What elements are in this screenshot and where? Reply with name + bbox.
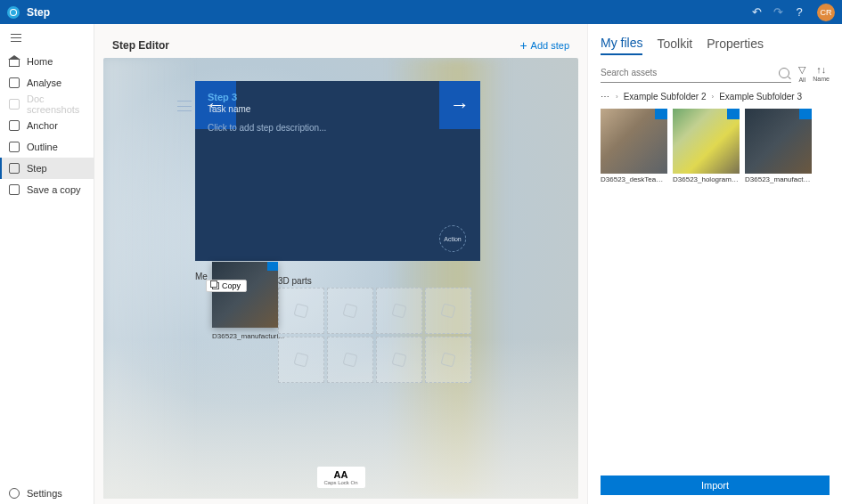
undo-icon[interactable]: ↶ — [746, 5, 767, 19]
search-icon[interactable] — [779, 68, 789, 78]
copy-tooltip: Copy — [206, 280, 247, 292]
page-title: Step — [27, 6, 50, 19]
cube-icon — [293, 352, 308, 367]
thumbnail-caption: D36523_deskTeams_... — [601, 175, 667, 183]
sidebar-item-outline[interactable]: Outline — [0, 136, 94, 158]
thumbnail-image — [745, 109, 812, 174]
cube-icon — [293, 303, 308, 318]
parts-slot[interactable] — [376, 288, 422, 334]
add-step-button[interactable]: +Add step — [519, 38, 569, 53]
parts-slot[interactable] — [327, 337, 373, 383]
sidebar-item-home[interactable]: Home — [0, 51, 94, 72]
parts-slot[interactable] — [278, 288, 324, 334]
breadcrumb-overflow[interactable]: ⋯ — [601, 92, 610, 102]
parts-label: 3D parts — [278, 276, 312, 286]
next-step-button[interactable]: → — [439, 81, 480, 129]
asset-tag-icon — [727, 109, 740, 119]
asset-tag-icon — [799, 109, 812, 119]
anchor-icon — [9, 120, 20, 131]
sidebar-item-step[interactable]: Step — [0, 158, 94, 179]
sidebar-item-label: Settings — [27, 488, 62, 499]
redo-icon[interactable]: ↷ — [767, 5, 789, 19]
sidebar-item-label: Home — [27, 56, 53, 67]
sort-label: Name — [813, 76, 830, 82]
add-step-label: Add step — [531, 40, 569, 51]
doc-icon — [9, 99, 20, 110]
filter-all-button[interactable]: ▽ All — [798, 64, 805, 83]
asset-tag-icon — [655, 109, 667, 119]
thumbnail-image — [673, 109, 740, 174]
cube-icon — [391, 303, 406, 318]
search-field[interactable] — [601, 63, 791, 83]
asset-thumbnail[interactable]: D36523_deskTeams_... — [601, 109, 667, 183]
caps-aa: AA — [323, 469, 357, 480]
thumbnail-caption: D36523_hologram_w... — [673, 175, 740, 183]
breadcrumb-item[interactable]: Example Subfolder 2 — [624, 92, 707, 102]
sidebar-item-anchor[interactable]: Anchor — [0, 115, 94, 136]
tab-properties[interactable]: Properties — [707, 37, 764, 54]
copy-icon — [212, 282, 219, 289]
search-input[interactable] — [601, 68, 779, 77]
step-card: ← Step 3 Task name Click to add step des… — [195, 81, 480, 261]
right-panel: My files Toolkit Properties ▽ All ↑↓ Nam… — [587, 24, 842, 504]
parts-grid — [278, 288, 471, 383]
sidebar-item-settings[interactable]: Settings — [0, 483, 94, 504]
drag-caption: D36523_manufacturi... — [212, 332, 278, 340]
help-icon[interactable]: ? — [789, 5, 810, 19]
sort-icon: ↑↓ — [816, 64, 826, 75]
import-button[interactable]: Import — [601, 476, 830, 495]
action-label: Action — [444, 236, 461, 242]
toc-icon[interactable] — [177, 101, 192, 111]
editor-header: Step Editor +Add step — [103, 33, 578, 58]
cube-icon — [440, 303, 455, 318]
parts-slot[interactable] — [425, 337, 471, 383]
asset-grid: D36523_deskTeams_... D36523_hologram_w..… — [601, 109, 830, 183]
cube-icon — [342, 352, 357, 367]
parts-slot[interactable] — [327, 288, 373, 334]
editor-title: Step Editor — [112, 39, 169, 52]
top-bar: Step ↶ ↷ ? CR — [0, 0, 842, 24]
thumbnail-caption: D36523_manufacturi... — [745, 175, 812, 183]
breadcrumb: ⋯ › Example Subfolder 2 › Example Subfol… — [601, 92, 830, 102]
step-number[interactable]: Step 3 — [208, 92, 468, 102]
sort-name-button[interactable]: ↑↓ Name — [813, 64, 830, 82]
tab-my-files[interactable]: My files — [601, 36, 642, 55]
step-canvas: ← Step 3 Task name Click to add step des… — [103, 58, 578, 499]
parts-slot[interactable] — [376, 337, 422, 383]
action-button[interactable]: Action — [439, 225, 466, 252]
thumbnail-image — [601, 109, 667, 174]
cube-icon — [440, 352, 455, 367]
outline-icon — [9, 142, 20, 152]
menu-toggle-icon[interactable] — [0, 24, 94, 51]
sidebar-item-label: Step — [27, 163, 47, 174]
step-description-placeholder[interactable]: Click to add step description... — [208, 123, 468, 133]
asset-thumbnail[interactable]: D36523_manufacturi... — [745, 109, 812, 183]
copy-label: Copy — [222, 281, 241, 290]
user-avatar[interactable]: CR — [817, 4, 835, 21]
sidebar-item-analyse[interactable]: Analyse — [0, 72, 94, 93]
sidebar-item-save-copy[interactable]: Save a copy — [0, 179, 94, 200]
sidebar-item-label: Outline — [27, 142, 58, 152]
chevron-right-icon: › — [712, 93, 715, 101]
task-name[interactable]: Task name — [208, 104, 468, 114]
sidebar-item-label: Doc screenshots — [27, 93, 94, 115]
caps-text: Caps Lock On — [323, 480, 357, 485]
sidebar-item-doc-screenshots: Doc screenshots — [0, 93, 94, 115]
chevron-right-icon: › — [616, 93, 618, 101]
breadcrumb-item[interactable]: Example Subfolder 3 — [719, 92, 802, 102]
caps-lock-indicator: AA Caps Lock On — [316, 467, 364, 488]
parts-slot[interactable] — [278, 337, 324, 383]
asset-tag-icon — [267, 262, 278, 271]
app-logo-icon — [7, 6, 20, 19]
analyse-icon — [9, 77, 20, 88]
filter-icon: ▽ — [798, 64, 805, 76]
parts-slot[interactable] — [425, 288, 471, 334]
panel-tabs: My files Toolkit Properties — [601, 33, 830, 58]
filter-label: All — [798, 77, 805, 83]
sidebar-item-label: Save a copy — [27, 184, 81, 195]
home-icon — [9, 56, 20, 67]
sidebar: Home Analyse Doc screenshots Anchor Outl… — [0, 24, 94, 504]
dragged-thumbnail[interactable]: D36523_manufacturi... — [212, 262, 278, 328]
tab-toolkit[interactable]: Toolkit — [657, 37, 692, 54]
asset-thumbnail[interactable]: D36523_hologram_w... — [673, 109, 740, 183]
